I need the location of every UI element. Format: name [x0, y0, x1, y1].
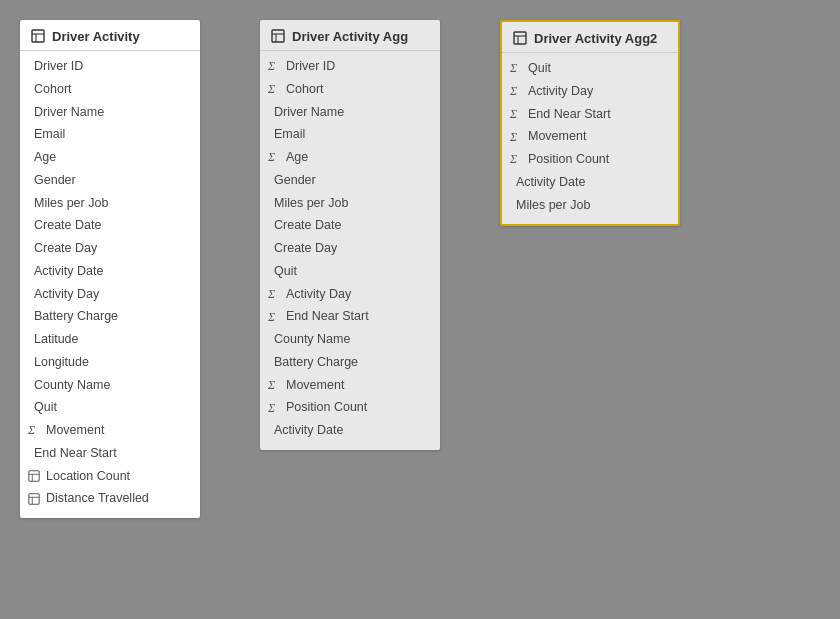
field-name: Cohort — [34, 80, 72, 99]
field-name: Driver ID — [286, 57, 335, 76]
field-name: Location Count — [46, 467, 130, 486]
field-name: Movement — [528, 127, 586, 146]
field-name: Email — [34, 125, 65, 144]
field-name: Miles per Job — [516, 196, 590, 215]
field-item[interactable]: Email — [20, 123, 200, 146]
field-item[interactable]: ΣPosition Count — [502, 148, 678, 171]
sigma-icon: Σ — [268, 308, 282, 326]
field-name: Create Day — [274, 239, 337, 258]
field-item[interactable]: Gender — [260, 169, 440, 192]
field-item[interactable]: Activity Date — [260, 419, 440, 442]
field-name: Create Day — [34, 239, 97, 258]
svg-rect-9 — [272, 30, 284, 42]
field-item[interactable]: Location Count — [20, 465, 200, 488]
field-name: County Name — [34, 376, 110, 395]
table-card-driver-activity-agg2: Driver Activity Agg2ΣQuitΣActivity DayΣE… — [500, 20, 680, 226]
field-name: Latitude — [34, 330, 78, 349]
table-grid-icon-driver-activity-agg — [270, 28, 286, 44]
field-item[interactable]: ΣDriver ID — [260, 55, 440, 78]
table-field-icon — [28, 493, 42, 505]
field-item[interactable]: ΣPosition Count — [260, 396, 440, 419]
field-item[interactable]: ΣMovement — [20, 419, 200, 442]
sigma-icon: Σ — [268, 285, 282, 303]
field-item[interactable]: Quit — [20, 396, 200, 419]
field-name: Driver Name — [34, 103, 104, 122]
field-item[interactable]: ΣEnd Near Start — [502, 103, 678, 126]
field-item[interactable]: ΣActivity Day — [502, 80, 678, 103]
field-item[interactable]: End Near Start — [20, 442, 200, 465]
field-name: Activity Day — [528, 82, 593, 101]
field-item[interactable]: County Name — [20, 374, 200, 397]
field-name: Activity Date — [274, 421, 343, 440]
sigma-icon: Σ — [268, 399, 282, 417]
field-item[interactable]: Create Date — [20, 214, 200, 237]
table-header-driver-activity-agg2: Driver Activity Agg2 — [502, 22, 678, 53]
field-item[interactable]: ΣQuit — [502, 57, 678, 80]
table-grid-icon-driver-activity — [30, 28, 46, 44]
sigma-icon: Σ — [268, 80, 282, 98]
field-item[interactable]: Distance Travelled — [20, 487, 200, 510]
field-item[interactable]: Activity Date — [20, 260, 200, 283]
field-item[interactable]: Quit — [260, 260, 440, 283]
sigma-icon: Σ — [510, 82, 524, 100]
field-name: End Near Start — [34, 444, 117, 463]
field-item[interactable]: Activity Date — [502, 171, 678, 194]
field-name: Quit — [274, 262, 297, 281]
table-title-driver-activity-agg2: Driver Activity Agg2 — [534, 31, 657, 46]
field-item[interactable]: ΣAge — [260, 146, 440, 169]
field-name: End Near Start — [528, 105, 611, 124]
field-item[interactable]: Create Day — [20, 237, 200, 260]
field-name: Age — [34, 148, 56, 167]
field-item[interactable]: Driver Name — [20, 101, 200, 124]
field-name: Longitude — [34, 353, 89, 372]
field-item[interactable]: ΣEnd Near Start — [260, 305, 440, 328]
field-name: Gender — [274, 171, 316, 190]
canvas: Driver ActivityDriver IDCohortDriver Nam… — [0, 0, 840, 619]
svg-rect-3 — [29, 471, 39, 481]
field-list-driver-activity: Driver IDCohortDriver NameEmailAgeGender… — [20, 51, 200, 518]
field-item[interactable]: ΣCohort — [260, 78, 440, 101]
field-name: Miles per Job — [34, 194, 108, 213]
field-name: Driver ID — [34, 57, 83, 76]
field-name: Position Count — [286, 398, 367, 417]
field-item[interactable]: Latitude — [20, 328, 200, 351]
field-item[interactable]: Miles per Job — [502, 194, 678, 217]
sigma-icon: Σ — [510, 150, 524, 168]
field-item[interactable]: Age — [20, 146, 200, 169]
field-item[interactable]: ΣMovement — [260, 374, 440, 397]
sigma-icon: Σ — [510, 59, 524, 77]
field-item[interactable]: Create Date — [260, 214, 440, 237]
table-card-driver-activity: Driver ActivityDriver IDCohortDriver Nam… — [20, 20, 200, 518]
field-item[interactable]: Gender — [20, 169, 200, 192]
field-name: Create Date — [274, 216, 341, 235]
table-card-driver-activity-agg: Driver Activity AggΣDriver IDΣCohortDriv… — [260, 20, 440, 450]
sigma-icon: Σ — [268, 148, 282, 166]
svg-rect-6 — [29, 493, 39, 503]
sigma-icon: Σ — [28, 421, 42, 439]
table-header-driver-activity-agg: Driver Activity Agg — [260, 20, 440, 51]
field-item[interactable]: Cohort — [20, 78, 200, 101]
field-item[interactable]: Email — [260, 123, 440, 146]
field-item[interactable]: Driver ID — [20, 55, 200, 78]
field-item[interactable]: Create Day — [260, 237, 440, 260]
table-grid-icon-driver-activity-agg2 — [512, 30, 528, 46]
sigma-icon: Σ — [510, 105, 524, 123]
field-name: Activity Day — [286, 285, 351, 304]
field-item[interactable]: Miles per Job — [20, 192, 200, 215]
field-item[interactable]: ΣMovement — [502, 125, 678, 148]
field-name: Email — [274, 125, 305, 144]
field-item[interactable]: Activity Day — [20, 283, 200, 306]
field-item[interactable]: Miles per Job — [260, 192, 440, 215]
sigma-icon: Σ — [268, 376, 282, 394]
field-item[interactable]: ΣActivity Day — [260, 283, 440, 306]
field-item[interactable]: Battery Charge — [20, 305, 200, 328]
field-item[interactable]: Longitude — [20, 351, 200, 374]
field-name: Activity Date — [516, 173, 585, 192]
table-field-icon — [28, 470, 42, 482]
field-name: Age — [286, 148, 308, 167]
field-item[interactable]: County Name — [260, 328, 440, 351]
field-item[interactable]: Driver Name — [260, 101, 440, 124]
sigma-icon: Σ — [268, 57, 282, 75]
field-item[interactable]: Battery Charge — [260, 351, 440, 374]
svg-rect-12 — [514, 32, 526, 44]
